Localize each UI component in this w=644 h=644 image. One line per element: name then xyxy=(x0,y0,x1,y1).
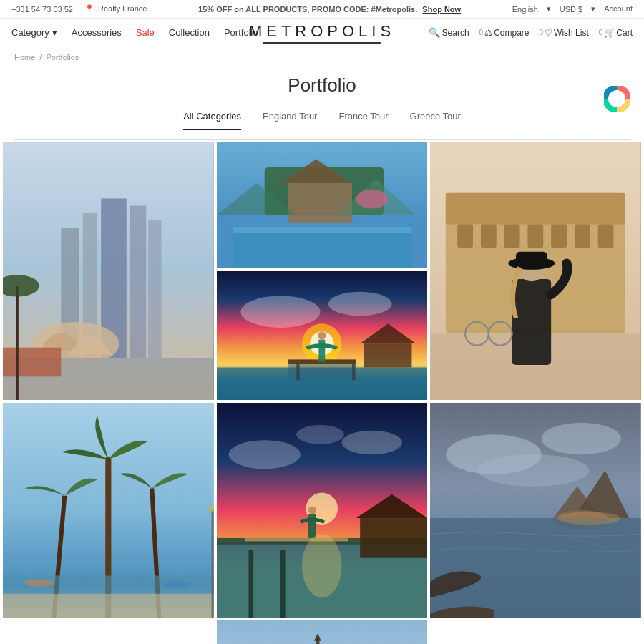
language-selector[interactable]: English xyxy=(512,4,538,14)
svg-rect-31 xyxy=(598,225,614,248)
svg-point-66 xyxy=(296,425,344,444)
account-link[interactable]: Account xyxy=(604,4,633,14)
svg-point-86 xyxy=(557,512,621,525)
svg-rect-6 xyxy=(130,206,146,358)
location-icon: 📍 xyxy=(84,4,94,13)
breadcrumb: Home / Portfolios xyxy=(0,47,644,67)
svg-rect-48 xyxy=(318,339,325,361)
contact-info: +331 54 73 03 52 📍 Realty France xyxy=(11,4,147,14)
svg-point-64 xyxy=(228,440,300,469)
filter-tab-greece[interactable]: Greece Tour xyxy=(410,111,461,130)
svg-rect-27 xyxy=(504,225,520,248)
svg-rect-52 xyxy=(288,364,356,380)
shop-now-link[interactable]: Shop Now xyxy=(422,5,461,14)
account-actions: English ▾ USD $ ▾ Account xyxy=(512,4,633,14)
breadcrumb-home[interactable]: Home xyxy=(14,53,35,62)
svg-rect-30 xyxy=(575,225,590,248)
cart-count: 0 xyxy=(599,29,603,36)
currency-selector[interactable]: USD $ xyxy=(560,4,582,14)
compare-icon: ⚖ xyxy=(484,28,492,38)
page-title: Portfolio xyxy=(0,67,644,111)
filter-tab-england[interactable]: England Tour xyxy=(263,111,317,130)
svg-point-80 xyxy=(542,423,621,454)
portfolio-grid xyxy=(0,140,644,644)
portfolio-item-4[interactable] xyxy=(217,271,428,400)
wishlist-button[interactable]: 0 ♡ Wish List xyxy=(540,28,589,38)
main-navigation: Category ▾ Accessories Sale Collection P… xyxy=(0,19,644,47)
nav-collection[interactable]: Collection xyxy=(169,27,210,38)
svg-point-81 xyxy=(478,454,590,486)
svg-rect-17 xyxy=(233,231,411,268)
svg-point-21 xyxy=(356,190,387,209)
svg-rect-87 xyxy=(217,620,428,644)
svg-point-77 xyxy=(302,534,342,597)
breadcrumb-current: Portfolios xyxy=(46,53,79,62)
cart-icon: 🛒 xyxy=(604,28,615,38)
svg-point-60 xyxy=(165,581,191,588)
portfolio-item-7[interactable] xyxy=(430,403,641,618)
svg-point-41 xyxy=(328,291,391,315)
heart-icon: ♡ xyxy=(545,28,552,38)
svg-rect-29 xyxy=(551,225,567,248)
svg-point-49 xyxy=(318,331,326,339)
promo-banner: 15% OFF on ALL PRODUCTS, PROMO CODE: #Me… xyxy=(147,5,512,14)
filter-tab-france[interactable]: France Tour xyxy=(338,111,388,130)
svg-rect-70 xyxy=(248,550,253,618)
site-logo[interactable]: METROPOLIS xyxy=(249,22,395,44)
svg-point-76 xyxy=(308,506,316,514)
portfolio-item-2[interactable] xyxy=(217,142,428,268)
search-icon: 🔍 xyxy=(429,27,440,38)
portfolio-item-6[interactable] xyxy=(217,403,428,618)
search-button[interactable]: 🔍 Search xyxy=(429,27,469,38)
filter-tab-all[interactable]: All Categories xyxy=(183,111,241,130)
nav-right: 🔍 Search 0 ⚖ Compare 0 ♡ Wish List 0 🛒 C… xyxy=(429,27,633,38)
svg-rect-71 xyxy=(280,550,286,618)
category-menu[interactable]: Category ▾ xyxy=(11,27,57,38)
svg-rect-50 xyxy=(364,343,411,367)
portfolio-item-5[interactable] xyxy=(3,403,214,618)
svg-rect-24 xyxy=(446,193,625,225)
nav-left: Category ▾ Accessories Sale Collection P… xyxy=(11,27,258,38)
location: 📍 Realty France xyxy=(84,4,147,14)
svg-rect-33 xyxy=(512,279,552,365)
svg-rect-7 xyxy=(148,220,161,358)
svg-rect-72 xyxy=(360,518,428,558)
svg-point-65 xyxy=(341,431,402,454)
compare-button[interactable]: 0 ⚖ Compare xyxy=(479,28,530,38)
portfolio-item-1[interactable] xyxy=(3,142,214,400)
cart-button[interactable]: 0 🛒 Cart xyxy=(599,28,633,38)
portfolio-item-3[interactable] xyxy=(430,142,641,400)
announcement-bar: +331 54 73 03 52 📍 Realty France 15% OFF… xyxy=(0,0,644,19)
breadcrumb-separator: / xyxy=(39,53,42,62)
svg-rect-61 xyxy=(212,510,214,618)
svg-rect-85 xyxy=(430,518,641,618)
wishlist-count: 0 xyxy=(540,29,544,36)
svg-rect-36 xyxy=(516,252,547,268)
svg-point-59 xyxy=(24,580,54,587)
filter-tabs: All Categories England Tour France Tour … xyxy=(14,111,630,140)
svg-rect-25 xyxy=(458,225,474,248)
svg-rect-18 xyxy=(233,227,411,233)
svg-rect-26 xyxy=(481,225,497,248)
nav-accessories[interactable]: Accessories xyxy=(72,27,122,38)
svg-point-40 xyxy=(240,296,320,327)
phone-number: +331 54 73 03 52 xyxy=(11,5,73,14)
svg-rect-28 xyxy=(528,225,544,248)
portfolio-item-8[interactable] xyxy=(217,620,428,644)
nav-sale[interactable]: Sale xyxy=(136,27,155,38)
svg-rect-15 xyxy=(288,183,352,223)
chevron-down-icon: ▾ xyxy=(52,27,57,38)
compare-count: 0 xyxy=(479,29,484,36)
svg-rect-58 xyxy=(3,594,214,618)
svg-rect-10 xyxy=(3,348,61,377)
